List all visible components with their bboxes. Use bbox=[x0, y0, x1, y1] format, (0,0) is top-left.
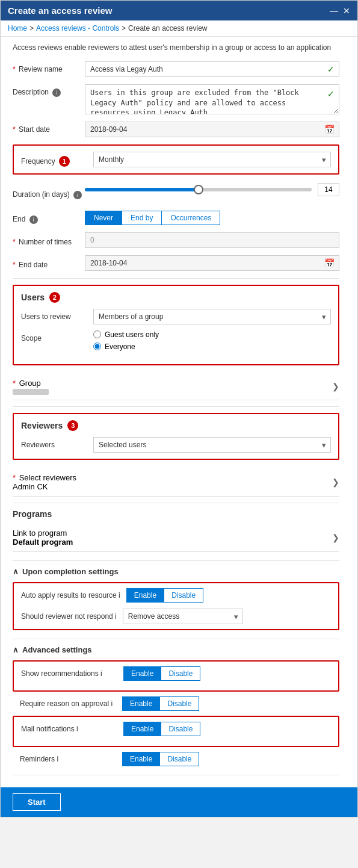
number-of-times-input[interactable] bbox=[85, 232, 339, 248]
divider-2 bbox=[13, 406, 339, 407]
reminders-label: Reminders i bbox=[20, 755, 116, 763]
description-info-icon[interactable]: i bbox=[52, 88, 61, 97]
require-reason-row: Require reason on approval i Enable Disa… bbox=[20, 696, 339, 711]
breadcrumb-current: Create an access review bbox=[128, 24, 207, 33]
start-date-input[interactable] bbox=[85, 122, 339, 137]
minimize-icon[interactable]: — bbox=[330, 6, 338, 16]
show-rec-disable-button[interactable]: Disable bbox=[161, 666, 200, 681]
require-reason-info-icon[interactable]: i bbox=[111, 699, 113, 708]
completion-section: ∧ Upon completion settings Auto apply re… bbox=[13, 567, 339, 630]
main-content: Access reviews enable reviewers to attes… bbox=[1, 37, 357, 787]
review-name-input-wrapper: ✓ bbox=[85, 61, 339, 77]
end-date-calendar-icon[interactable]: 📅 bbox=[324, 258, 335, 268]
slider-wrapper bbox=[85, 188, 312, 191]
programs-title: Programs bbox=[13, 509, 339, 519]
reminders-enable-button[interactable]: Enable bbox=[122, 752, 160, 766]
review-name-input[interactable] bbox=[85, 61, 339, 77]
reviewers-step-badge: 3 bbox=[67, 420, 78, 431]
scope-row: Scope Guest users only Everyone bbox=[21, 330, 331, 351]
auto-apply-row: Auto apply results to resource i Enable … bbox=[21, 588, 331, 603]
users-step-badge: 2 bbox=[49, 292, 60, 303]
require-reason-disable-button[interactable]: Disable bbox=[160, 696, 199, 711]
group-nav-row[interactable]: * Group ❯ bbox=[13, 374, 339, 400]
reviewers-select[interactable]: Selected users bbox=[93, 437, 331, 453]
end-date-input[interactable] bbox=[85, 255, 339, 271]
scope-guest-radio[interactable] bbox=[93, 330, 101, 338]
should-respond-select-wrapper: Remove access bbox=[123, 609, 243, 624]
mail-label: Mail notifications i bbox=[21, 725, 117, 733]
show-rec-label: Show recommendations i bbox=[21, 669, 117, 678]
description-field: Users in this group are excluded from th… bbox=[85, 84, 339, 114]
auto-apply-info-icon[interactable]: i bbox=[119, 591, 120, 600]
slider-track bbox=[85, 188, 312, 191]
end-info-icon[interactable]: i bbox=[29, 215, 38, 224]
description-input-wrapper: Users in this group are excluded from th… bbox=[85, 84, 339, 114]
advanced-section: ∧ Advanced settings Show recommendations… bbox=[13, 645, 339, 766]
reminders-info-icon[interactable]: i bbox=[57, 755, 58, 763]
require-reason-enable-button[interactable]: Enable bbox=[122, 696, 160, 711]
should-respond-info-icon[interactable]: i bbox=[115, 612, 117, 621]
users-to-review-select[interactable]: Members of a group bbox=[93, 309, 331, 324]
reviewers-section-title: Reviewers bbox=[21, 421, 63, 430]
show-rec-enable-button[interactable]: Enable bbox=[123, 666, 161, 681]
should-respond-select[interactable]: Remove access bbox=[123, 609, 243, 624]
show-rec-row: Show recommendations i Enable Disable bbox=[21, 666, 331, 681]
show-rec-info-icon[interactable]: i bbox=[100, 669, 102, 678]
completion-accordion-header[interactable]: ∧ Upon completion settings bbox=[13, 567, 339, 576]
users-to-review-label: Users to review bbox=[21, 309, 93, 321]
start-button[interactable]: Start bbox=[13, 793, 61, 811]
auto-apply-enable-button[interactable]: Enable bbox=[126, 588, 164, 603]
breadcrumb-home[interactable]: Home bbox=[8, 24, 27, 33]
review-name-label: * Review name bbox=[13, 61, 85, 73]
select-reviewers-content: * Select reviewers Admin CK bbox=[13, 473, 76, 491]
end-date-label: * End date bbox=[13, 257, 85, 269]
scope-guest-label: Guest users only bbox=[105, 330, 159, 339]
start-date-row: * Start date 📅 bbox=[13, 122, 339, 137]
description-input[interactable]: Users in this group are excluded from th… bbox=[85, 84, 339, 114]
program-nav-row[interactable]: Link to program Default program ❯ bbox=[13, 524, 339, 552]
start-date-calendar-icon[interactable]: 📅 bbox=[324, 125, 335, 134]
users-to-review-field: Members of a group bbox=[93, 309, 331, 324]
frequency-label: Frequency 1 bbox=[21, 152, 93, 167]
auto-apply-disable-button[interactable]: Disable bbox=[164, 588, 203, 603]
mail-row: Mail notifications i Enable Disable bbox=[21, 722, 331, 736]
breadcrumb-sep1: > bbox=[29, 24, 34, 33]
users-section-header: Users 2 bbox=[21, 292, 331, 303]
require-reason-btn-group: Enable Disable bbox=[122, 696, 199, 711]
end-date-wrapper: 📅 bbox=[85, 255, 339, 271]
mail-disable-button[interactable]: Disable bbox=[161, 722, 200, 736]
end-endby-button[interactable]: End by bbox=[122, 211, 161, 225]
reminders-disable-button[interactable]: Disable bbox=[160, 752, 199, 766]
completion-chevron-icon: ∧ bbox=[13, 567, 19, 576]
reminders-row: Reminders i Enable Disable bbox=[20, 752, 339, 766]
close-icon[interactable]: ✕ bbox=[343, 6, 350, 16]
slider-row: 14 bbox=[85, 183, 339, 196]
duration-label: Duration (in days) i bbox=[13, 187, 85, 199]
select-reviewers-nav-row[interactable]: * Select reviewers Admin CK ❯ bbox=[13, 468, 339, 497]
scope-guest-users[interactable]: Guest users only bbox=[93, 330, 331, 339]
end-occurrences-button[interactable]: Occurrences bbox=[161, 211, 220, 225]
number-of-times-label: * Number of times bbox=[13, 234, 85, 246]
program-nav-arrow: ❯ bbox=[332, 533, 339, 542]
users-section-title: Users bbox=[21, 293, 45, 302]
breadcrumb-access[interactable]: Access reviews - Controls bbox=[36, 24, 119, 33]
scope-everyone[interactable]: Everyone bbox=[93, 343, 331, 351]
frequency-row: Frequency 1 Monthly Weekly Quarterly Ann… bbox=[21, 152, 331, 167]
duration-info-icon[interactable]: i bbox=[73, 191, 82, 199]
advanced-chevron-icon: ∧ bbox=[13, 645, 19, 654]
program-link-label: Link to program bbox=[13, 529, 73, 538]
divider-3 bbox=[13, 503, 339, 503]
end-field: Never End by Occurrences bbox=[85, 211, 339, 225]
divider-5 bbox=[13, 639, 339, 639]
advanced-accordion-header[interactable]: ∧ Advanced settings bbox=[13, 645, 339, 654]
end-never-button[interactable]: Never bbox=[85, 211, 122, 225]
scope-everyone-radio[interactable] bbox=[93, 343, 101, 350]
start-date-field: 📅 bbox=[85, 122, 339, 137]
end-date-field: 📅 bbox=[85, 255, 339, 271]
should-respond-row: Should reviewer not respond i Remove acc… bbox=[21, 609, 331, 624]
mail-enable-button[interactable]: Enable bbox=[123, 722, 161, 736]
select-reviewers-required: * Select reviewers bbox=[13, 473, 76, 482]
mail-info-icon[interactable]: i bbox=[76, 725, 78, 733]
slider-thumb[interactable] bbox=[194, 185, 203, 194]
frequency-select[interactable]: Monthly Weekly Quarterly Annually bbox=[93, 152, 331, 167]
